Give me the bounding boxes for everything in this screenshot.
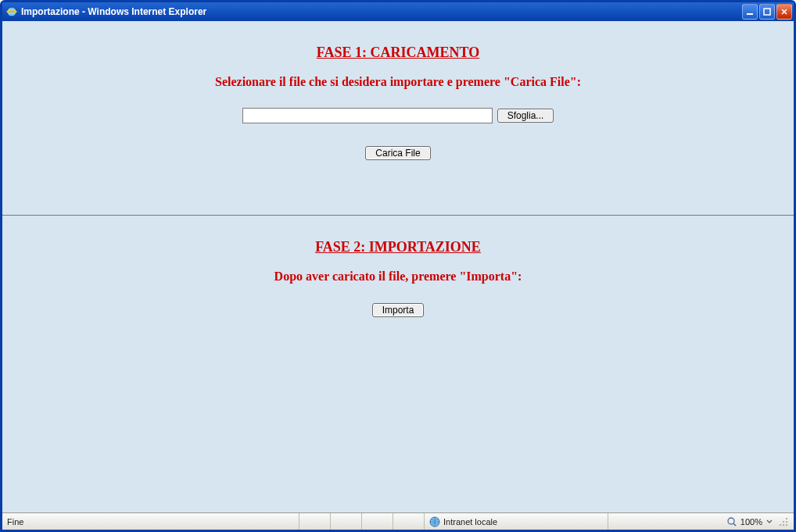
status-separator [299,513,331,530]
file-chooser-row: Sfoglia... [242,108,554,123]
window-buttons [742,4,792,20]
minimize-button[interactable] [742,4,758,20]
status-separator [393,513,425,530]
status-text-label: Fine [7,517,23,527]
svg-point-11 [780,524,781,526]
import-button[interactable]: Importa [372,303,425,317]
close-button[interactable] [776,4,792,20]
ie-icon [5,5,18,18]
titlebar: Importazione - Windows Internet Explorer [2,2,794,21]
load-file-button[interactable]: Carica File [365,146,430,160]
svg-line-5 [733,523,736,526]
phase-2-instruction: Dopo aver caricato il file, premere "Imp… [2,270,794,284]
magnifier-icon [726,516,737,527]
phase-1-section: FASE 1: CARICAMENTO Selezionare il file … [2,45,794,215]
status-separator [331,513,362,530]
svg-rect-2 [764,9,770,15]
resize-grip-icon[interactable] [776,516,789,528]
svg-point-8 [783,521,784,523]
section-divider [2,215,794,216]
phase-1-instruction: Selezionare il file che si desidera impo… [2,75,794,89]
svg-point-4 [728,518,734,524]
zoom-control[interactable]: 100% [608,513,794,530]
window-title: Importazione - Windows Internet Explorer [21,6,742,17]
status-text: Fine [2,513,299,530]
globe-icon [429,516,440,527]
security-zone[interactable]: Intranet locale [425,513,608,530]
security-zone-label: Intranet locale [443,517,497,527]
file-path-input[interactable] [242,108,493,123]
statusbar: Fine Intranet locale 100% [2,512,794,530]
phase-2-heading: FASE 2: IMPORTAZIONE [2,239,794,255]
ie-window: Importazione - Windows Internet Explorer… [0,0,796,532]
phase-1-heading: FASE 1: CARICAMENTO [2,45,794,61]
svg-point-0 [7,7,16,16]
svg-rect-1 [747,13,753,15]
svg-point-10 [783,524,784,526]
zoom-level-label: 100% [740,517,762,527]
status-separator [362,513,393,530]
svg-point-6 [786,518,787,520]
svg-point-7 [786,521,787,523]
page-content: FASE 1: CARICAMENTO Selezionare il file … [2,21,794,512]
maximize-button[interactable] [759,4,775,20]
svg-point-9 [786,524,787,526]
chevron-down-icon[interactable] [766,519,773,525]
phase-2-section: FASE 2: IMPORTAZIONE Dopo aver caricato … [2,239,794,317]
browse-button[interactable]: Sfoglia... [497,109,554,123]
